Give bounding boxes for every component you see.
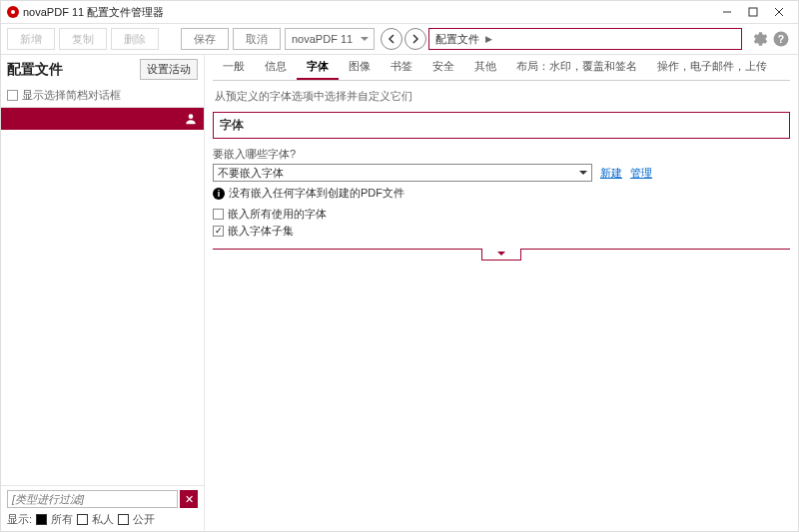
maximize-button[interactable] xyxy=(740,3,766,21)
minimize-button[interactable] xyxy=(714,3,740,21)
tab-other[interactable]: 其他 xyxy=(464,55,506,80)
show-label: 显示: xyxy=(7,512,32,527)
breadcrumb-text: 配置文件 xyxy=(435,32,479,47)
tab-info[interactable]: 信息 xyxy=(255,55,297,80)
sidebar: 配置文件 设置活动 显示选择简档对话框 ✕ 显示: 所有 私人 公开 xyxy=(1,55,205,531)
show-public-label: 公开 xyxy=(133,512,155,527)
show-select-dialog-checkbox[interactable] xyxy=(7,90,18,101)
user-icon xyxy=(184,112,198,126)
copy-button[interactable]: 复制 xyxy=(59,28,107,50)
clear-filter-button[interactable]: ✕ xyxy=(180,490,198,508)
embed-subset-label: 嵌入字体子集 xyxy=(228,224,294,239)
app-icon xyxy=(7,6,19,18)
svg-text:?: ? xyxy=(778,33,784,45)
title-bar: novaPDF 11 配置文件管理器 xyxy=(1,1,798,23)
svg-rect-1 xyxy=(749,8,757,16)
new-button[interactable]: 新增 xyxy=(7,28,55,50)
show-all-radio[interactable] xyxy=(36,514,47,525)
filter-input[interactable] xyxy=(7,490,178,508)
content-area: 一般 信息 字体 图像 书签 安全 其他 布局：水印，覆盖和签名 操作，电子邮件… xyxy=(205,55,798,531)
show-private-label: 私人 xyxy=(92,512,114,527)
profile-list-header[interactable] xyxy=(1,108,204,130)
breadcrumb[interactable]: 配置文件 ▶ xyxy=(428,28,742,50)
breadcrumb-arrow-icon: ▶ xyxy=(485,34,492,44)
svg-point-6 xyxy=(189,114,194,119)
embed-info: i 没有嵌入任何字体到创建的PDF文件 xyxy=(213,186,790,201)
embed-all-checkbox[interactable] xyxy=(213,209,224,220)
profile-select[interactable]: novaPDF 11 xyxy=(285,28,375,50)
profile-list xyxy=(1,130,204,485)
tab-bookmarks[interactable]: 书签 xyxy=(381,55,422,80)
show-all-label: 所有 xyxy=(51,512,73,527)
toolbar: 新增 复制 删除 保存 取消 novaPDF 11 配置文件 ▶ ? xyxy=(1,23,798,55)
embed-fonts-dropdown[interactable]: 不要嵌入字体 xyxy=(213,164,592,182)
section-header-fonts: 字体 xyxy=(213,112,790,139)
save-button[interactable]: 保存 xyxy=(181,28,229,50)
tab-security[interactable]: 安全 xyxy=(422,55,464,80)
nav-forward-button[interactable] xyxy=(404,28,426,50)
close-button[interactable] xyxy=(766,3,792,21)
set-active-button[interactable]: 设置活动 xyxy=(140,59,198,80)
nav-back-button[interactable] xyxy=(381,28,402,50)
collapse-handle[interactable] xyxy=(481,249,521,261)
cancel-button[interactable]: 取消 xyxy=(233,28,281,50)
window-title: novaPDF 11 配置文件管理器 xyxy=(23,5,164,20)
tab-graphics[interactable]: 图像 xyxy=(339,55,381,80)
delete-button[interactable]: 删除 xyxy=(111,28,159,50)
tab-general[interactable]: 一般 xyxy=(213,55,255,80)
show-public-checkbox[interactable] xyxy=(118,514,129,525)
show-select-dialog-label: 显示选择简档对话框 xyxy=(22,88,121,103)
sidebar-heading: 配置文件 xyxy=(7,61,140,79)
show-private-checkbox[interactable] xyxy=(77,514,88,525)
manage-link[interactable]: 管理 xyxy=(630,166,652,181)
new-link[interactable]: 新建 xyxy=(600,166,622,181)
tab-fonts[interactable]: 字体 xyxy=(297,55,339,80)
tab-description: 从预定义的字体选项中选择并自定义它们 xyxy=(213,81,790,112)
section-collapser xyxy=(213,249,790,261)
tab-bar: 一般 信息 字体 图像 书签 安全 其他 布局：水印，覆盖和签名 操作，电子邮件… xyxy=(213,55,790,81)
tab-actions[interactable]: 操作，电子邮件，上传 xyxy=(647,55,777,80)
info-icon: i xyxy=(213,188,225,200)
embed-subset-checkbox[interactable] xyxy=(213,226,224,237)
tab-layout[interactable]: 布局：水印，覆盖和签名 xyxy=(506,55,647,80)
embed-which-label: 要嵌入哪些字体? xyxy=(213,147,790,162)
embed-info-text: 没有嵌入任何字体到创建的PDF文件 xyxy=(229,186,404,201)
help-button[interactable]: ? xyxy=(770,28,792,50)
embed-all-label: 嵌入所有使用的字体 xyxy=(228,207,327,222)
settings-button[interactable] xyxy=(748,28,770,50)
